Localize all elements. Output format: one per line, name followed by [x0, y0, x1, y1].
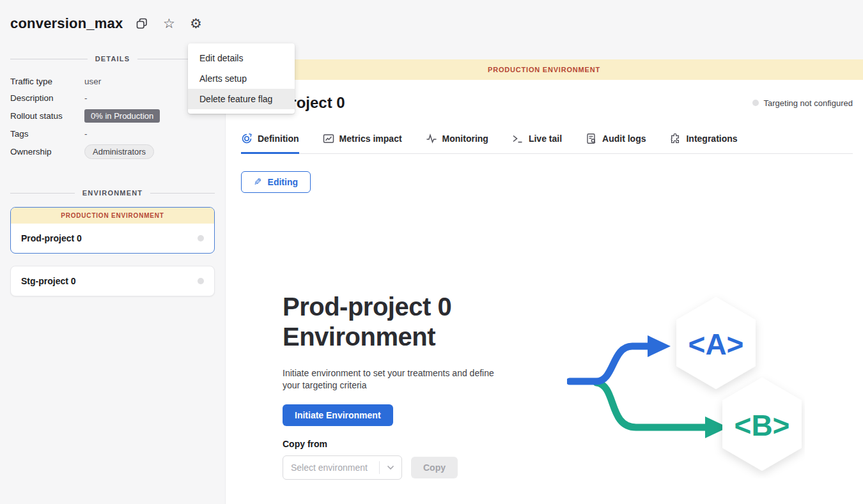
detail-row-description: Description - — [10, 89, 215, 106]
tab-label: Metrics impact — [339, 134, 402, 144]
hero-description: Initiate environment to set your treatme… — [283, 367, 510, 392]
pencil-icon: ✎ — [254, 176, 262, 188]
hero-heading: Prod-project 0 Environment — [283, 292, 510, 352]
detail-label: Rollout status — [10, 111, 84, 121]
variant-a-label: <A> — [688, 328, 744, 361]
status-dot — [198, 235, 204, 241]
copy-row: Select environment Copy — [283, 455, 510, 480]
environment-section: ENVIRONMENT PRODUCTION ENVIRONMENT Prod-… — [10, 189, 215, 296]
page-head: Prod-project 0 Targeting not configured — [241, 80, 853, 112]
ownership-pill: Administrators — [84, 144, 154, 159]
environment-section-title: ENVIRONMENT — [82, 189, 143, 197]
blue-arrowhead — [648, 335, 671, 357]
detail-row-rollout-status: Rollout status 0% in Production — [10, 106, 215, 125]
tab-integrations[interactable]: Integrations — [669, 133, 737, 154]
production-environment-banner-text: PRODUCTION ENVIRONMENT — [488, 66, 600, 73]
detail-row-tags: Tags - — [10, 125, 215, 142]
environment-select[interactable]: Select environment — [283, 455, 402, 480]
editing-button-label: Editing — [268, 177, 298, 187]
menu-item-alerts-setup[interactable]: Alerts setup — [188, 68, 295, 89]
detail-label: Ownership — [10, 147, 84, 157]
target-icon — [241, 133, 253, 144]
environment-section-header: ENVIRONMENT — [10, 189, 215, 197]
tab-audit-logs[interactable]: Audit logs — [586, 133, 646, 154]
variant-b-label: <B> — [735, 409, 790, 442]
environment-card-prod[interactable]: PRODUCTION ENVIRONMENT Prod-project 0 — [10, 207, 215, 254]
targeting-status-text: Targeting not configured — [764, 98, 853, 108]
details-section-header: DETAILS — [10, 55, 215, 63]
flag-name-title: conversion_max — [10, 15, 123, 32]
production-environment-banner: PRODUCTION ENVIRONMENT — [225, 59, 863, 80]
pulse-icon — [426, 133, 437, 144]
detail-row-ownership: Ownership Administrators — [10, 142, 215, 161]
blue-branch-line — [570, 346, 649, 381]
environment-hero: Prod-project 0 Environment Initiate envi… — [241, 292, 853, 481]
hero-text-column: Prod-project 0 Environment Initiate envi… — [283, 292, 510, 480]
tab-label: Audit logs — [602, 134, 646, 144]
targeting-status-dot — [752, 100, 759, 106]
detail-value: user — [84, 77, 101, 86]
ab-split-illustration: <A> <B> — [567, 292, 805, 481]
detail-label: Description — [10, 93, 84, 103]
tab-metrics-impact[interactable]: Metrics impact — [323, 133, 402, 154]
chart-icon — [323, 133, 334, 144]
detail-value: - — [84, 93, 88, 103]
green-branch-line — [596, 383, 706, 427]
menu-item-edit-details[interactable]: Edit details — [188, 48, 295, 68]
initiate-environment-button[interactable]: Initiate Environment — [283, 404, 393, 426]
copy-icon[interactable] — [134, 16, 150, 31]
tab-label: Integrations — [686, 134, 737, 144]
environment-card-stg[interactable]: Stg-project 0 — [10, 266, 215, 296]
tab-definition[interactable]: Definition — [241, 133, 299, 154]
star-icon[interactable]: ☆ — [161, 16, 176, 31]
detail-label: Tags — [10, 129, 84, 139]
flag-settings-menu: Edit details Alerts setup Delete feature… — [188, 43, 295, 114]
targeting-status: Targeting not configured — [752, 98, 853, 108]
tab-monitoring[interactable]: Monitoring — [426, 133, 488, 154]
main-area: PRODUCTION ENVIRONMENT Prod-project 0 Ta… — [225, 0, 863, 504]
main-content: Prod-project 0 Targeting not configured … — [225, 80, 863, 504]
environment-card-name: Prod-project 0 — [21, 233, 82, 243]
copy-button[interactable]: Copy — [411, 457, 458, 478]
environment-select-placeholder: Select environment — [283, 462, 379, 473]
tab-live-tail[interactable]: Live tail — [512, 133, 562, 154]
detail-row-traffic-type: Traffic type user — [10, 73, 215, 89]
flag-header: conversion_max ☆ ⚙ — [10, 15, 203, 32]
environment-card-name: Stg-project 0 — [21, 276, 76, 286]
rollout-status-badge: 0% in Production — [84, 109, 160, 123]
menu-item-delete-feature-flag[interactable]: Delete feature flag — [188, 89, 295, 109]
detail-value: - — [84, 129, 88, 139]
terminal-icon — [512, 133, 524, 144]
chevron-down-icon — [380, 465, 401, 470]
tab-label: Monitoring — [442, 134, 488, 144]
editing-button[interactable]: ✎ Editing — [241, 171, 311, 193]
production-environment-label: PRODUCTION ENVIRONMENT — [11, 208, 214, 224]
details-section-title: DETAILS — [95, 55, 130, 63]
puzzle-icon — [669, 133, 681, 144]
status-dot — [198, 278, 204, 284]
tab-label: Definition — [258, 134, 299, 144]
detail-label: Traffic type — [10, 77, 84, 86]
copy-from-label: Copy from — [283, 439, 510, 449]
audit-log-icon — [586, 133, 597, 144]
gear-icon[interactable]: ⚙ — [188, 16, 203, 31]
tab-label: Live tail — [529, 134, 562, 144]
tab-bar: Definition Metrics impact Monitoring — [241, 133, 853, 154]
